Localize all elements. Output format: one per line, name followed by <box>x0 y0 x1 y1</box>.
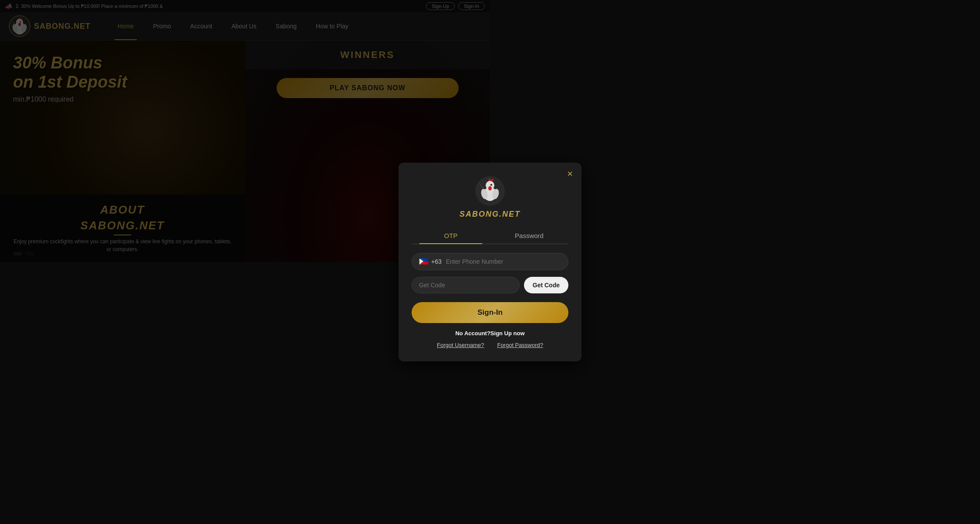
modal-logo-text: SABONG.NET <box>412 210 490 219</box>
tab-otp[interactable]: OTP <box>412 228 490 244</box>
signin-modal: × SABONG.NET OTP Password <box>399 163 490 262</box>
modal-overlay[interactable]: × SABONG.NET OTP Password <box>0 0 490 262</box>
flag-icon: 🇵🇭 <box>419 257 429 262</box>
phone-input-wrap[interactable]: 🇵🇭 +63 <box>412 253 490 262</box>
modal-logo: SABONG.NET <box>412 176 490 219</box>
modal-tabs: OTP Password <box>412 228 490 244</box>
modal-logo-icon <box>475 176 490 206</box>
phone-input[interactable] <box>446 258 490 262</box>
country-code: +63 <box>431 258 442 262</box>
